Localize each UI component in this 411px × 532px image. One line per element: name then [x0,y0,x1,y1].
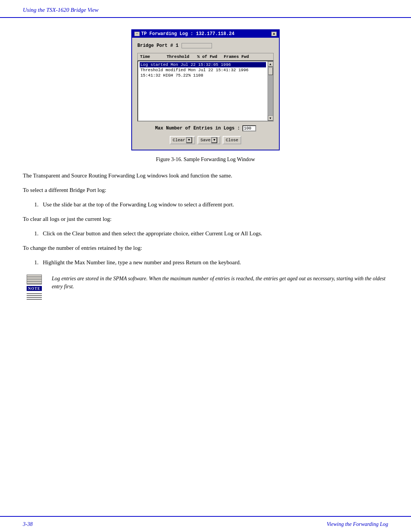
clear-button[interactable]: Clear ▼ [170,136,195,144]
save-button[interactable]: Save ▼ [198,136,220,144]
note-box: NOTE Log entries are stored in the SPMA … [23,275,388,300]
step-number: 1. [34,230,43,236]
clear-logs-step1-item: 1. Click on the Clear button and then se… [34,229,388,238]
step-number: 1. [34,259,43,265]
clear-end: . [261,230,262,236]
note-line-3 [27,297,42,298]
forwarding-log-window: ─ TP Forwarding Log : 132.177.118.24 ▲ B… [131,29,280,150]
col-frames-fwd: Frames Fwd [223,54,253,59]
window-area: ─ TP Forwarding Log : 132.177.118.24 ▲ B… [23,29,388,150]
select-port-step1-item: 1. Use the slide bar at the top of the F… [34,200,388,209]
note-line-2 [27,295,42,296]
log-scrollbar[interactable]: ▲ ▼ [268,61,273,121]
figure-caption: Figure 3-16. Sample Forwarding Log Windo… [23,157,388,163]
note-icon-area: NOTE [23,275,46,300]
clear-mid2: or [233,230,241,236]
save-dropdown-icon[interactable]: ▼ [211,137,217,143]
note-line-1 [27,293,42,294]
note-decorative-lines [27,293,42,300]
max-entries-row: Max Number of Entries in Logs : [137,125,274,131]
window-menu-button[interactable]: ─ [134,32,140,36]
clear-dropdown-icon[interactable]: ▼ [186,137,192,143]
clear-bold-3: All Logs [241,230,261,236]
clear-bold-1: Clear [72,230,84,236]
header-title: Using the TSX-1620 Bridge View [23,7,99,13]
log-entries: Log started Mon Jul 22 15:32:05 1996 Thr… [138,61,268,121]
col-pct-fwd: % of Fwd [196,54,223,59]
scrollbar-track[interactable] [268,67,273,115]
window-close-button[interactable]: ▲ [271,32,277,36]
log-content-area: Log started Mon Jul 22 15:32:05 1996 Thr… [137,61,274,121]
select-port-intro: To select a different Bridge Port log: [23,185,388,195]
change-entries-intro: To change the number of entries retained… [23,243,388,252]
footer-section-title: Viewing the Forwarding Log [327,521,388,527]
max-entries-label: Max Number of Entries in Logs : [155,126,240,131]
log-entry-2[interactable]: 15:41:32 HIGH 75.22% 1108 [140,73,266,78]
window-title: TP Forwarding Log : 132.177.118.24 [141,31,234,37]
clear-logs-step1-prefix: Click on the [43,230,72,236]
bridge-port-label: Bridge Port # 1 [137,43,178,48]
note-line-4 [27,299,42,300]
close-button[interactable]: Close [223,136,241,144]
scrollbar-down-button[interactable]: ▼ [268,115,273,121]
col-time: Time [139,54,166,59]
note-text: Log entries are stored in the SPMA softw… [52,275,388,291]
titlebar-left: ─ TP Forwarding Log : 132.177.118.24 [134,31,234,37]
bridge-port-slider[interactable] [182,43,212,48]
clear-bold-2: Current Log [205,230,233,236]
log-table-header: Time Threshold % of Fwd Frames Fwd [137,53,274,61]
note-grid-icon [27,275,42,284]
clear-logs-intro: To clear all logs or just the current lo… [23,214,388,224]
footer-page-number: 3-38 [23,521,33,527]
log-entry-0[interactable]: Log started Mon Jul 22 15:32:05 1996 [140,62,266,67]
bridge-port-row: Bridge Port # 1 [137,43,274,48]
change-entries-end: line, type a new number and press Return… [105,259,241,265]
page-footer: 3-38 Viewing the Forwarding Log [0,516,411,532]
max-entries-input[interactable] [242,125,256,131]
page-content: ─ TP Forwarding Log : 132.177.118.24 ▲ B… [0,18,411,323]
change-entries-prefix: Highlight the [43,259,75,265]
clear-mid: button and then select the appropriate c… [84,230,205,236]
window-body: Bridge Port # 1 Time Threshold % of Fwd … [132,38,279,150]
step-number: 1. [34,201,43,208]
window-titlebar: ─ TP Forwarding Log : 132.177.118.24 ▲ [132,30,279,38]
log-entry-1[interactable]: Threshold modified Mon Jul 22 15:41:32 1… [140,67,266,73]
page-header: Using the TSX-1620 Bridge View [0,0,411,18]
change-entries-step1-item: 1. Highlight the Max Number line, type a… [34,258,388,267]
scrollbar-up-button[interactable]: ▲ [268,61,273,67]
max-number-bold: Max Number [75,259,105,265]
intro-paragraph: The Transparent and Source Routing Forwa… [23,171,388,180]
select-port-step1-text: Use the slide bar at the top of the Forw… [43,201,234,208]
note-label: NOTE [27,286,42,291]
col-threshold: Threshold [166,54,196,59]
scrollbar-thumb[interactable] [268,67,273,75]
button-row: Clear ▼ Save ▼ Close [137,136,274,144]
